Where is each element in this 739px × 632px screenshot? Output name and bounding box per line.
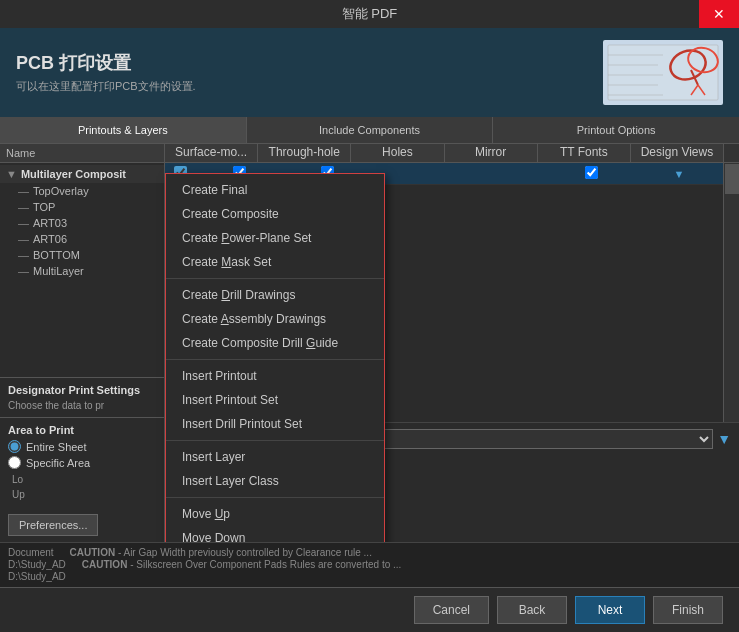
header-logo xyxy=(603,40,723,105)
back-button[interactable]: Back xyxy=(497,596,567,624)
designator-section-title: Designator Print Settings xyxy=(8,384,156,396)
path1: D:\Study_AD xyxy=(8,559,66,570)
ctx-move-down[interactable]: Move Down xyxy=(166,526,384,542)
col-header-ttfonts: TT Fonts xyxy=(538,144,631,162)
footer: Cancel Back Next Finish xyxy=(0,587,739,632)
ctx-insert-printout-set[interactable]: Insert Printout Set xyxy=(166,388,384,412)
dropdown-arrow-icon: ▼ xyxy=(717,431,731,447)
ctx-create-composite-drill[interactable]: Create Composite Drill Guide xyxy=(166,331,384,355)
bottom-info: Document CAUTION - Air Gap Width previou… xyxy=(0,542,739,587)
msg1: CAUTION - Air Gap Width previously contr… xyxy=(70,547,372,558)
path2: D:\Study_AD xyxy=(8,571,66,582)
page-title: PCB 打印设置 xyxy=(16,51,196,75)
ctx-insert-drill-label: Insert Drill Printout Set xyxy=(182,417,302,431)
tree-item[interactable]: — TOP xyxy=(0,199,164,215)
left-panel: ▼ Multilayer Composit — TopOverlay — TOP… xyxy=(0,163,165,542)
tree-item-label: BOTTOM xyxy=(33,249,80,261)
tab-components[interactable]: Include Components xyxy=(247,117,494,143)
cancel-button[interactable]: Cancel xyxy=(414,596,489,624)
preferences-button[interactable]: Preferences... xyxy=(8,514,98,536)
doc-label: Document xyxy=(8,547,54,558)
next-button[interactable]: Next xyxy=(575,596,645,624)
ctx-create-drill-drawings[interactable]: Create Drill Drawings xyxy=(166,283,384,307)
context-menu: Create Final Create Composite Create Pow… xyxy=(165,173,385,542)
tree-item-label: TopOverlay xyxy=(33,185,89,197)
lo-label: Lo xyxy=(8,472,156,487)
ctx-create-composite[interactable]: Create Composite xyxy=(166,202,384,226)
ctx-create-final-label: Create Final xyxy=(182,183,247,197)
header-text: PCB 打印设置 可以在这里配置打印PCB文件的设置. xyxy=(16,51,196,94)
ctx-insert-printout[interactable]: Insert Printout xyxy=(166,364,384,388)
ctx-insert-drill-printout-set[interactable]: Insert Drill Printout Set xyxy=(166,412,384,436)
tab-options[interactable]: Printout Options xyxy=(493,117,739,143)
tree-item[interactable]: — ART06 xyxy=(0,231,164,247)
col-header-design-views: Design Views xyxy=(631,144,723,162)
col-header-surface: Surface-mo... xyxy=(165,144,258,162)
ctx-insert-printout-label: Insert Printout xyxy=(182,369,257,383)
tab-bar: Printouts & Layers Include Components Pr… xyxy=(0,117,739,144)
designator-section-sub: Choose the data to pr xyxy=(8,400,156,411)
ctx-create-power-plane[interactable]: Create Power-Plane Set xyxy=(166,226,384,250)
ctx-insert-printout-set-label: Insert Printout Set xyxy=(182,393,278,407)
tree-root-label: Multilayer Composit xyxy=(21,168,126,180)
header-subtitle: 可以在这里配置打印PCB文件的设置. xyxy=(16,79,196,94)
ctx-insert-layer[interactable]: Insert Layer xyxy=(166,445,384,469)
layer-tree: ▼ Multilayer Composit — TopOverlay — TOP… xyxy=(0,163,164,377)
radio-specific-area-label: Specific Area xyxy=(26,457,90,469)
radio-entire-sheet-label: Entire Sheet xyxy=(26,441,87,453)
tree-item-label: MultiLayer xyxy=(33,265,84,277)
content-area: ▼ Multilayer Composit — TopOverlay — TOP… xyxy=(0,163,739,542)
col-header-mirror: Mirror xyxy=(445,144,538,162)
area-section-title: Area to Print xyxy=(8,424,156,436)
col-header-holes: Holes xyxy=(351,144,444,162)
radio-specific-area-input[interactable] xyxy=(8,456,21,469)
ctx-create-mask[interactable]: Create Mask Set xyxy=(166,250,384,274)
dialog-header: PCB 打印设置 可以在这里配置打印PCB文件的设置. xyxy=(0,28,739,117)
radio-specific-area[interactable]: Specific Area xyxy=(8,456,156,469)
ctx-sep-1 xyxy=(166,278,384,279)
tree-item[interactable]: — TopOverlay xyxy=(0,183,164,199)
area-section: Area to Print Entire Sheet Specific Area… xyxy=(0,417,164,508)
ctx-create-final[interactable]: Create Final xyxy=(166,178,384,202)
close-icon: ✕ xyxy=(713,6,725,22)
tab-printouts[interactable]: Printouts & Layers xyxy=(0,117,247,143)
ctx-create-composite-label: Create Composite xyxy=(182,207,279,221)
up-label: Up xyxy=(8,487,156,502)
tree-root-item[interactable]: ▼ Multilayer Composit xyxy=(0,165,164,183)
ctx-sep-3 xyxy=(166,440,384,441)
col-header-through: Through-hole xyxy=(258,144,351,162)
radio-entire-sheet-input[interactable] xyxy=(8,440,21,453)
ctx-create-assembly-drawings[interactable]: Create Assembly Drawings xyxy=(166,307,384,331)
radio-entire-sheet[interactable]: Entire Sheet xyxy=(8,440,156,453)
tree-item[interactable]: — MultiLayer xyxy=(0,263,164,279)
dialog-title: 智能 PDF xyxy=(342,5,398,23)
ctx-sep-4 xyxy=(166,497,384,498)
main-dialog: PCB 打印设置 可以在这里配置打印PCB文件的设置. xyxy=(0,28,739,632)
scrollbar-thumb[interactable] xyxy=(725,164,739,194)
close-button[interactable]: ✕ xyxy=(699,0,739,28)
col-header-name: Name xyxy=(0,144,165,162)
tree-item-label: ART06 xyxy=(33,233,67,245)
tree-item[interactable]: — BOTTOM xyxy=(0,247,164,263)
ctx-sep-2 xyxy=(166,359,384,360)
ctx-insert-layer-label: Insert Layer xyxy=(182,450,245,464)
designator-section: Designator Print Settings Choose the dat… xyxy=(0,377,164,417)
title-bar: 智能 PDF ✕ xyxy=(0,0,739,28)
tree-item-label: TOP xyxy=(33,201,55,213)
msg2: CAUTION - Silkscreen Over Component Pads… xyxy=(82,559,402,570)
ctx-insert-layer-class-label: Insert Layer Class xyxy=(182,474,279,488)
finish-button[interactable]: Finish xyxy=(653,596,723,624)
tree-item-label: ART03 xyxy=(33,217,67,229)
tree-item[interactable]: — ART03 xyxy=(0,215,164,231)
ctx-move-up[interactable]: Move Up xyxy=(166,502,384,526)
ctx-insert-layer-class[interactable]: Insert Layer Class xyxy=(166,469,384,493)
